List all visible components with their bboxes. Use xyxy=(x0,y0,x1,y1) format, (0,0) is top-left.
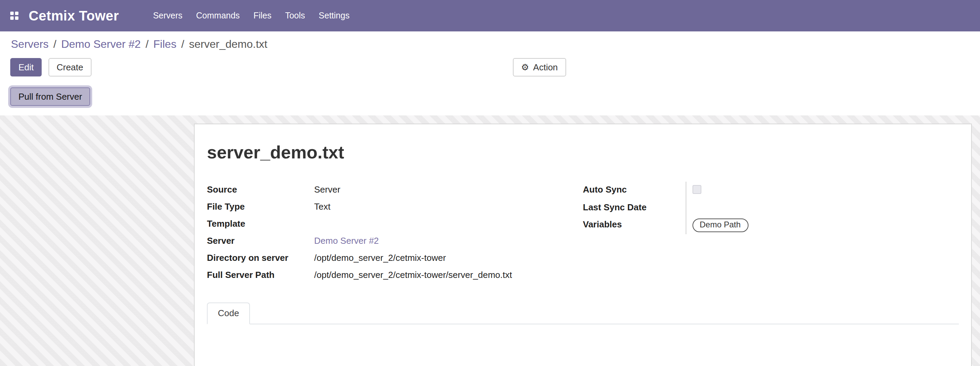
field-group-left: Source Server File Type Text Template Se… xyxy=(207,181,583,284)
notebook: Code xyxy=(207,302,959,365)
field-row-variables: Variables Demo Path xyxy=(583,216,959,234)
form-sheet: server_demo.txt Source Server File Type … xyxy=(194,124,972,366)
field-row-full-path: Full Server Path /opt/demo_server_2/cetm… xyxy=(207,267,583,284)
field-label-source: Source xyxy=(207,181,314,198)
field-value-full-path: /opt/demo_server_2/cetmix-tower/server_d… xyxy=(314,267,512,283)
apps-menu-button[interactable] xyxy=(10,0,18,32)
notebook-tabs: Code xyxy=(207,302,959,325)
field-groups: Source Server File Type Text Template Se… xyxy=(207,181,959,284)
server-record-link[interactable]: Demo Server #2 xyxy=(314,236,379,246)
field-row-last-sync: Last Sync Date xyxy=(583,199,959,216)
apps-grid-icon xyxy=(10,12,18,20)
field-value-auto-sync xyxy=(685,181,959,199)
breadcrumb-separator: / xyxy=(145,38,148,50)
field-row-auto-sync: Auto Sync xyxy=(583,181,959,199)
breadcrumb: Servers/Demo Server #2/Files/server_demo… xyxy=(10,37,969,57)
action-button-label: Action xyxy=(533,63,558,72)
app-window: Cetmix Tower Servers Commands Files Tool… xyxy=(0,0,980,366)
field-value-variables: Demo Path xyxy=(685,216,959,234)
breadcrumb-separator: / xyxy=(53,38,56,50)
app-title: Cetmix Tower xyxy=(29,8,119,24)
action-menu: ⚙ Action xyxy=(513,58,566,76)
control-panel: Servers/Demo Server #2/Files/server_demo… xyxy=(0,32,980,115)
breadcrumb-servers[interactable]: Servers xyxy=(11,38,48,50)
record-title: server_demo.txt xyxy=(207,142,959,162)
field-row-source: Source Server xyxy=(207,181,583,199)
breadcrumb-files[interactable]: Files xyxy=(153,38,177,50)
action-button[interactable]: ⚙ Action xyxy=(513,58,566,76)
tab-code[interactable]: Code xyxy=(207,302,250,325)
content-area: server_demo.txt Source Server File Type … xyxy=(0,115,980,366)
field-value-source: Server xyxy=(314,181,340,198)
top-navbar: Cetmix Tower Servers Commands Files Tool… xyxy=(0,0,980,32)
auto-sync-checkbox[interactable] xyxy=(692,185,701,194)
field-label-last-sync: Last Sync Date xyxy=(583,199,685,216)
breadcrumb-current: server_demo.txt xyxy=(189,38,267,50)
menu-item-settings[interactable]: Settings xyxy=(312,0,356,32)
menu-item-tools[interactable]: Tools xyxy=(278,0,312,32)
field-row-directory: Directory on server /opt/demo_server_2/c… xyxy=(207,250,583,267)
tab-code-content xyxy=(207,325,959,365)
field-label-server: Server xyxy=(207,233,314,249)
field-label-variables: Variables xyxy=(583,216,685,233)
field-label-template: Template xyxy=(207,216,314,232)
field-label-auto-sync: Auto Sync xyxy=(583,181,685,198)
breadcrumb-separator: / xyxy=(181,38,185,50)
field-row-server: Server Demo Server #2 xyxy=(207,233,583,250)
menu-item-servers[interactable]: Servers xyxy=(146,0,189,32)
field-value-directory: /opt/demo_server_2/cetmix-tower xyxy=(314,250,446,266)
field-value-file-type: Text xyxy=(314,199,331,215)
gear-icon: ⚙ xyxy=(521,63,529,72)
button-row: Edit Create ⚙ Action xyxy=(10,58,969,76)
menu-item-files[interactable]: Files xyxy=(247,0,278,32)
edit-button[interactable]: Edit xyxy=(10,58,42,76)
field-value-server: Demo Server #2 xyxy=(314,233,379,249)
field-group-right: Auto Sync Last Sync Date Variables Demo … xyxy=(583,181,959,284)
field-row-file-type: File Type Text xyxy=(207,199,583,216)
field-row-template: Template xyxy=(207,216,583,233)
field-label-file-type: File Type xyxy=(207,199,314,215)
menu-item-commands[interactable]: Commands xyxy=(189,0,247,32)
pull-from-server-button[interactable]: Pull from Server xyxy=(10,88,90,106)
main-menu: Servers Commands Files Tools Settings xyxy=(146,0,356,32)
pull-row: Pull from Server xyxy=(10,88,969,106)
variable-tag: Demo Path xyxy=(692,218,748,232)
field-label-full-path: Full Server Path xyxy=(207,267,314,283)
create-button[interactable]: Create xyxy=(48,58,92,76)
field-value-last-sync xyxy=(685,199,959,216)
field-label-directory: Directory on server xyxy=(207,250,314,266)
breadcrumb-demo-server[interactable]: Demo Server #2 xyxy=(61,38,141,50)
